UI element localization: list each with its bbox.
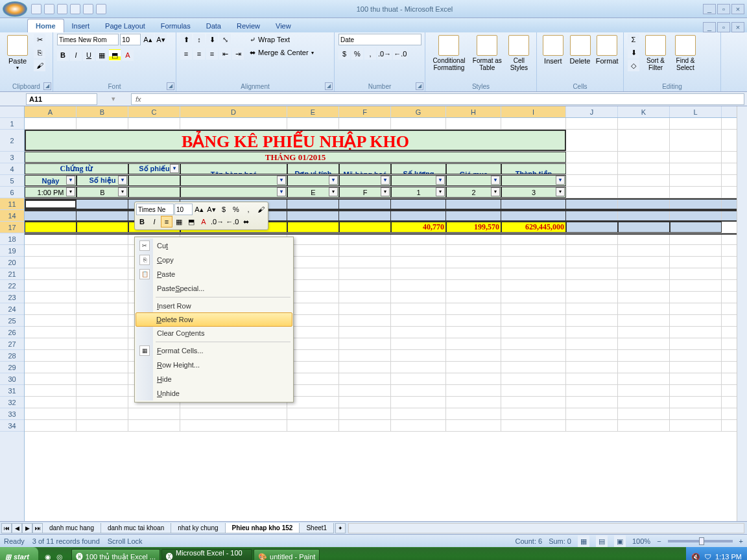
print-preview-icon[interactable] [70,4,80,14]
filter-icon[interactable]: ▾ [556,176,565,185]
row-header[interactable]: 28 [0,350,24,362]
row-header[interactable]: 21 [0,268,24,280]
active-cell[interactable] [25,200,77,209]
shrink-font-icon[interactable]: A▾ [206,204,217,215]
header-ngay[interactable]: Ngày▾ [25,175,77,186]
clock[interactable]: 1:13 PM [715,553,742,560]
align-bottom-icon[interactable]: ⬇ [206,34,218,45]
row-header[interactable]: 22 [0,280,24,292]
header-sohieu[interactable]: Số hiệu▾ [77,175,128,186]
minimize-button[interactable]: _ [703,4,716,14]
filter-icon[interactable]: ▾ [277,176,286,185]
name-box[interactable] [26,93,97,105]
menu-copy[interactable]: ⎘Copy [136,253,292,267]
sheet-tab[interactable]: Sheet1 [299,523,334,533]
align-top-icon[interactable]: ⬆ [180,34,192,45]
format-painter-icon[interactable]: 🖌 [255,204,267,215]
horizontal-scrollbar[interactable] [348,523,744,533]
row-header[interactable]: 31 [0,385,24,397]
row-header[interactable]: 34 [0,420,24,432]
font-size-select[interactable] [120,34,141,45]
row-header[interactable]: 5 [0,175,24,187]
row-header[interactable]: 25 [0,315,24,327]
comma-icon[interactable]: , [364,48,376,60]
fill-color-icon[interactable]: ⬒ [109,49,121,61]
redo-icon[interactable] [57,4,67,14]
row-header[interactable]: 1 [0,118,24,130]
align-right-icon[interactable]: ≡ [206,48,218,60]
clear-icon[interactable]: ◇ [628,60,639,71]
increase-decimal-icon[interactable]: .0→ [377,48,392,60]
filter-icon[interactable]: ▾ [277,187,286,196]
orientation-icon[interactable]: ⤡ [219,34,231,45]
tab-data[interactable]: Data [198,19,229,32]
comma-icon[interactable]: , [243,204,254,215]
menu-row-height[interactable]: Row Height... [136,358,292,372]
tab-insert[interactable]: Insert [64,19,98,32]
filter-icon[interactable]: ▾ [118,187,127,196]
zoom-level[interactable]: 100% [632,537,650,545]
autosum-icon[interactable]: Σ [628,34,639,45]
undo-icon[interactable] [44,4,54,14]
column-header[interactable]: K [618,106,670,117]
table-title[interactable]: BẢNG KÊ PHIẾU NHẬP KHO [25,130,566,151]
filter-cell[interactable]: 1:00 PM▾ [25,187,77,198]
office-button[interactable] [3,1,27,17]
menu-hide[interactable]: Hide [136,372,292,386]
row-header[interactable]: 14 [0,210,24,222]
menu-paste[interactable]: 📋Paste [136,267,292,281]
grow-font-icon[interactable]: A▴ [193,204,205,215]
decrease-decimal-icon[interactable]: ←.0 [225,216,239,228]
sheet-tab[interactable]: nhat ky chung [171,523,225,533]
doc-close-button[interactable]: × [731,22,744,32]
fill-color-icon[interactable]: ⬒ [185,216,197,228]
sort-filter-button[interactable]: Sort & Filter [642,34,669,71]
mini-size-select[interactable] [174,204,193,215]
row-header[interactable]: 6 [0,187,24,198]
increase-decimal-icon[interactable]: .0→ [210,216,224,228]
clipboard-launcher-icon[interactable]: ◢ [43,82,51,90]
row-header[interactable]: 20 [0,257,24,268]
row-header[interactable]: 30 [0,373,24,385]
number-format-select[interactable] [338,34,421,45]
row-header[interactable]: 23 [0,292,24,303]
format-as-table-button[interactable]: Format as Table [471,34,503,71]
cell-styles-button[interactable]: Cell Styles [506,34,532,71]
sheet-tab[interactable]: Phieu nhap kho 152 [225,523,300,533]
alignment-launcher-icon[interactable]: ◢ [325,82,333,90]
format-painter-icon[interactable]: 🖌 [34,60,45,71]
fill-icon[interactable]: ⬇ [628,47,639,58]
zoom-slider[interactable] [668,540,733,542]
table-subtitle[interactable]: THÁNG 01/2015 [25,152,566,163]
header-mahang[interactable]: Mã hàng hoá [339,163,391,174]
menu-insert-row[interactable]: Insert Row [136,299,292,313]
column-header[interactable]: I [501,106,566,117]
system-tray[interactable]: 🔇 🛡 1:13 PM [686,547,747,560]
row-header[interactable]: 2 [0,130,24,152]
total-thanhtien[interactable]: 629,445,000 [501,222,566,233]
header-tenhang[interactable]: Tên hàng hoá [180,163,287,174]
row-header[interactable]: 11 [0,198,24,210]
filter-icon[interactable]: ▾ [66,176,75,185]
menu-delete-row[interactable]: Delete Row [136,312,292,327]
row-header[interactable]: 24 [0,303,24,315]
conditional-formatting-button[interactable]: Conditional Formatting [429,34,469,71]
total-soluong[interactable]: 40,770 [391,222,446,233]
filter-cell[interactable]: E▾ [287,187,339,198]
filter-icon[interactable]: ▾ [66,187,75,196]
taskbar-item[interactable]: 🅧Microsoft Excel - 100 ... [161,549,252,560]
tab-formulas[interactable]: Formulas [153,19,198,32]
bold-button[interactable]: B [136,216,148,228]
taskbar-item[interactable]: 🎨untitled - Paint [254,549,320,560]
header-soluong[interactable]: Số lượng [391,163,446,174]
mini-font-select[interactable] [136,204,174,215]
column-header[interactable]: B [77,106,128,117]
border-icon[interactable]: ▦ [96,49,108,61]
filter-icon[interactable]: ▾ [436,176,445,185]
find-select-button[interactable]: Find & Select [672,34,699,71]
row-header[interactable]: 26 [0,327,24,338]
font-color-icon[interactable]: A [122,49,134,61]
vertical-scrollbar[interactable] [737,106,747,521]
filter-icon[interactable]: ▾ [436,187,445,196]
tab-page-layout[interactable]: Page Layout [97,19,153,32]
